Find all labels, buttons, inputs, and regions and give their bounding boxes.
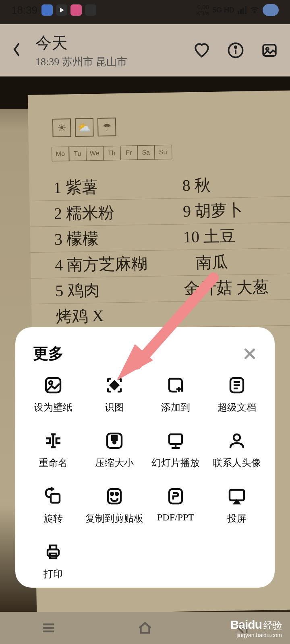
action-cast[interactable]: 投屏	[206, 486, 267, 525]
svg-rect-31	[230, 490, 244, 500]
svg-point-11	[49, 381, 52, 384]
action-slideshow[interactable]: 幻灯片播放	[145, 431, 206, 469]
action-copy-clipboard[interactable]: 复制到剪贴板	[84, 486, 145, 525]
action-add-to[interactable]: 添加到	[145, 375, 206, 414]
svg-point-29	[116, 493, 118, 495]
action-pdf-ppt[interactable]: PDF/PPT	[145, 486, 206, 525]
svg-rect-33	[50, 545, 56, 549]
svg-rect-26	[51, 494, 60, 503]
sheet-title: 更多	[33, 343, 64, 364]
svg-point-28	[111, 493, 113, 495]
more-actions-sheet: 更多 设为壁纸 识图 添加到 超级文档 重命名	[15, 327, 275, 588]
action-rotate[interactable]: 旋转	[23, 486, 84, 525]
svg-rect-20	[112, 436, 117, 440]
svg-point-25	[234, 434, 240, 441]
watermark: Baidu经验 jingyan.baidu.com	[230, 618, 282, 638]
action-scan[interactable]: 识图	[84, 375, 145, 414]
action-set-wallpaper[interactable]: 设为壁纸	[23, 375, 84, 414]
action-print[interactable]: 打印	[23, 542, 84, 580]
action-rename[interactable]: 重命名	[23, 431, 84, 469]
svg-rect-22	[169, 434, 182, 444]
action-contact-avatar[interactable]: 联系人头像	[206, 431, 267, 469]
svg-point-21	[113, 441, 116, 444]
action-compress[interactable]: 压缩大小	[84, 431, 145, 469]
close-icon[interactable]	[242, 347, 257, 361]
action-super-doc[interactable]: 超级文档	[206, 375, 267, 414]
